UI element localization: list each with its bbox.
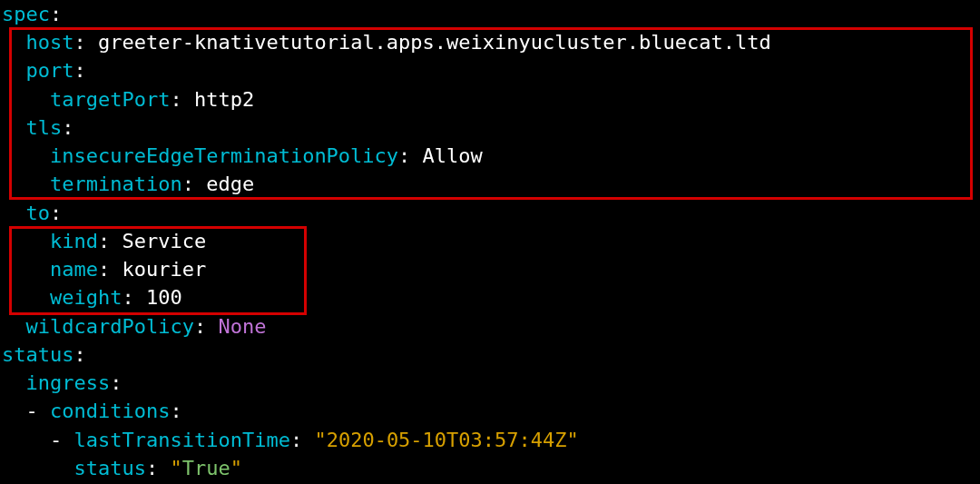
targetport-key: targetPort <box>50 88 170 111</box>
name-value: kourier <box>122 258 206 281</box>
weight-key: weight <box>50 286 122 309</box>
host-key: host <box>26 31 74 54</box>
insecure-key: insecureEdgeTerminationPolicy <box>50 144 398 167</box>
yaml-output: spec: host: greeter-knativetutorial.apps… <box>0 0 980 482</box>
to-key: to <box>26 202 51 224</box>
insecure-value: Allow <box>423 144 483 167</box>
host-value: greeter-knativetutorial.apps.weixinyuclu… <box>98 31 771 54</box>
ltt-key: lastTransitionTime <box>74 429 289 451</box>
conditions-key: conditions <box>50 400 170 422</box>
kind-value: Service <box>122 230 206 252</box>
kind-key: kind <box>50 230 98 252</box>
status-inner-key: status <box>74 457 145 479</box>
ltt-value: "2020-05-10T03:57:44Z" <box>314 429 578 451</box>
status-inner-value: True <box>182 457 230 479</box>
status-key: status <box>2 343 74 366</box>
wildcard-key: wildcardPolicy <box>26 315 194 338</box>
wildcard-value: None <box>218 315 266 338</box>
tls-key: tls <box>26 116 63 139</box>
name-key: name <box>50 258 98 281</box>
targetport-value: http2 <box>194 88 254 111</box>
termination-value: edge <box>206 173 254 195</box>
spec-key: spec <box>2 3 50 25</box>
weight-value: 100 <box>146 286 182 309</box>
ingress-key: ingress <box>26 371 111 394</box>
port-key: port <box>26 59 74 82</box>
termination-key: termination <box>50 173 182 195</box>
